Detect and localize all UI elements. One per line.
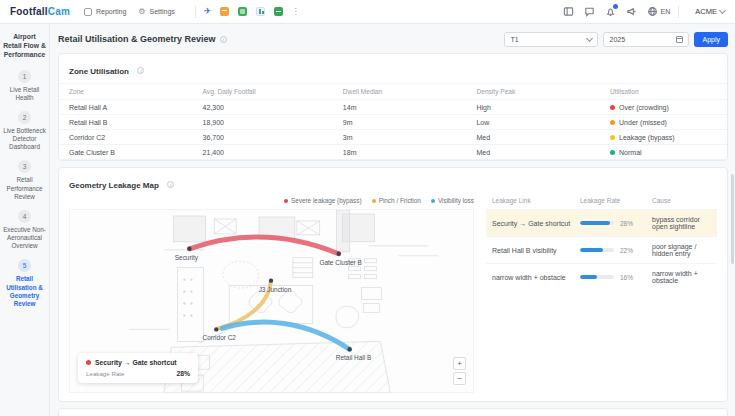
chevron-down-icon — [586, 34, 593, 41]
node-label: Corridor C2 — [203, 334, 237, 341]
column-header: Zone — [59, 84, 193, 100]
scrollbar-thumb[interactable] — [731, 174, 734, 264]
info-icon[interactable]: i — [137, 67, 144, 74]
zone-utilisation-card: Zone Utilisation i Zone Avg. Daily Footf… — [58, 53, 728, 161]
sidebar-title: Airport Retail Flow & Performance — [3, 32, 46, 60]
node-label: Security — [175, 254, 199, 262]
year-picker[interactable]: 2025 — [603, 32, 689, 47]
rate-bar — [580, 275, 614, 279]
footfallcam-logo[interactable]: FootfallCam — [10, 6, 70, 17]
main-content: Retail Utilisation & Geometry Review i T… — [50, 24, 735, 416]
gate-cluster-node[interactable] — [336, 252, 340, 256]
notification-badge — [613, 4, 618, 9]
column-header: Density Peak — [466, 84, 600, 100]
map-card-title: Geometry Leakage Map — [69, 181, 159, 190]
table-row[interactable]: Gate Cluster B21,400 18mMed Normal — [59, 145, 727, 160]
node-label: J3 Junction — [259, 286, 292, 293]
leakage-detail-popover: Security → Gate shortcut Leakage Rate 28… — [78, 353, 198, 383]
node-label: Retail Hall B — [336, 354, 372, 361]
sidebar-step-performance-review[interactable]: 3 Retail Performance Review — [3, 160, 46, 201]
status-dot — [610, 135, 615, 140]
globe-icon — [647, 6, 658, 17]
column-header: Avg. Daily Footfall — [193, 84, 333, 100]
legend-dot — [372, 199, 376, 203]
megaphone-icon[interactable] — [626, 6, 637, 17]
wizard-sidebar: Airport Retail Flow & Performance 1 Live… — [0, 24, 50, 416]
chart-app-icon[interactable] — [256, 7, 265, 16]
column-header: Utilisation — [600, 84, 727, 100]
orange-app-icon[interactable] — [220, 7, 229, 16]
info-icon[interactable]: i — [220, 36, 227, 43]
severe-leakage-dot — [86, 360, 91, 365]
geometry-leakage-card: Geometry Leakage Map i Severe leakage (b… — [58, 167, 728, 402]
divider — [678, 6, 679, 18]
column-header: Cause — [652, 197, 711, 204]
column-header: Leakage Rate — [580, 197, 652, 204]
status-dot — [610, 105, 615, 110]
calendar-icon — [676, 36, 683, 43]
table-row[interactable]: Corridor C236,700 3mMed Leakage (bypass) — [59, 130, 727, 145]
sidebar-step-executive-overview[interactable]: 4 Executive Non-Aeronautical Overview — [3, 210, 46, 251]
retail-hall-b-node[interactable] — [347, 347, 351, 351]
capex-recommendations-card: CAPEX Recommendations i — [58, 408, 728, 416]
page-title: Retail Utilisation & Geometry Review — [58, 34, 216, 44]
airplane-app-icon[interactable]: ✈ — [204, 7, 212, 16]
nav-reporting[interactable]: Reporting — [84, 8, 126, 16]
top-header: FootfallCam Reporting ⚙ Settings ✈ ⋮ EN … — [0, 0, 735, 24]
more-apps-icon[interactable]: ⋮ — [291, 7, 299, 16]
chevron-down-icon — [719, 7, 726, 14]
notification-bell-icon[interactable] — [605, 6, 616, 17]
rate-bar — [580, 248, 614, 252]
security-node[interactable] — [187, 247, 191, 251]
nav-settings[interactable]: ⚙ Settings — [138, 8, 174, 16]
image-app-icon[interactable] — [238, 7, 247, 16]
apply-button[interactable]: Apply — [694, 32, 728, 47]
divider — [195, 6, 196, 18]
j3-junction-node[interactable] — [269, 278, 273, 282]
status-dot — [610, 150, 615, 155]
terminal-select[interactable]: T1 — [504, 32, 598, 47]
corridor-c2-node[interactable] — [214, 327, 218, 331]
node-label: Gate Cluster B — [319, 259, 361, 266]
leakage-row[interactable]: narrow width + obstacle 16% narrow width… — [486, 263, 717, 290]
leakage-table: Leakage Link Leakage Rate Cause Security… — [486, 194, 717, 393]
rate-bar — [580, 221, 614, 225]
sidebar-step-utilisation-geometry[interactable]: 5 Retail Utilisation & Geometry Review — [3, 259, 46, 308]
sidebar-step-live-retail-health[interactable]: 1 Live Retail Health — [3, 70, 46, 102]
column-header: Dwell Median — [333, 84, 467, 100]
legend-dot — [284, 199, 288, 203]
feedback-icon[interactable] — [584, 6, 595, 17]
account-menu[interactable]: ACME — [695, 7, 725, 16]
status-dot — [610, 120, 615, 125]
sidebar-step-bottleneck-detector[interactable]: 2 Live Bottleneck Detector Dashboard — [3, 111, 46, 152]
leakage-row[interactable]: Retail Hall B visibility 22% poor signag… — [486, 236, 717, 263]
zoom-in-button[interactable]: + — [453, 357, 466, 370]
security-gate-arc — [189, 237, 338, 254]
page-toolbar: Retail Utilisation & Geometry Review i T… — [58, 29, 728, 49]
zone-card-title: Zone Utilisation — [69, 67, 129, 76]
leakage-row[interactable]: Security → Gate shortcut 28% bypass corr… — [486, 209, 717, 236]
table-row[interactable]: Retail Hall A42,300 14mHigh Over (crowdi… — [59, 100, 727, 115]
map-legend: Severe leakage (bypass) Pinch / Friction… — [69, 194, 474, 207]
gear-icon: ⚙ — [138, 8, 145, 16]
leakage-map[interactable]: Security Gate Cluster B J3 Junction Corr… — [69, 209, 474, 393]
language-switcher[interactable]: EN — [647, 6, 671, 17]
column-header: Leakage Link — [492, 197, 580, 204]
calendar-app-icon[interactable] — [274, 7, 283, 16]
table-row[interactable]: Retail Hall B18,900 9mLow Under (missed) — [59, 115, 727, 130]
info-icon[interactable]: i — [167, 181, 174, 188]
reporting-icon — [84, 8, 92, 16]
zone-utilisation-table: Zone Avg. Daily Footfall Dwell Median De… — [59, 83, 727, 160]
layout-panel-icon[interactable] — [563, 6, 574, 17]
zoom-out-button[interactable]: − — [453, 372, 466, 385]
legend-dot — [431, 199, 435, 203]
